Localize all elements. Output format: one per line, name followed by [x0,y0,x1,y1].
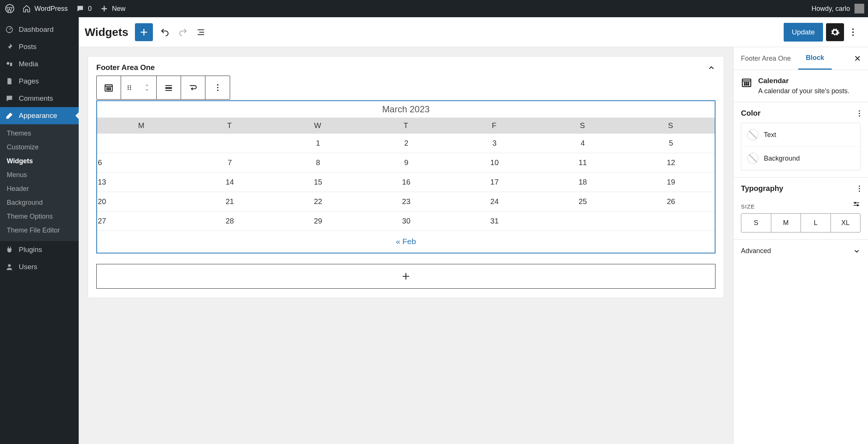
block-options-button[interactable] [205,76,230,99]
svg-point-13 [110,89,111,90]
block-type-button[interactable] [97,76,121,99]
kebab-icon [858,185,861,192]
options-button[interactable] [844,23,862,41]
calendar-icon [741,77,752,88]
svg-point-37 [857,204,858,206]
calendar-cell: 29 [274,212,362,231]
redo-button[interactable] [174,23,192,41]
add-block-button[interactable] [135,23,153,41]
typography-options-button[interactable] [858,185,861,192]
comments-link[interactable]: 0 [76,4,92,13]
calendar-cell: 30 [362,212,450,231]
tab-widget-area[interactable]: Footer Area One [733,48,798,69]
sub-item-customize[interactable]: Customize [7,140,79,154]
site-name: WordPress [34,5,68,13]
settings-toggle-button[interactable] [826,23,844,41]
user-avatar[interactable] [855,4,864,13]
svg-point-14 [128,85,129,86]
sidebar-label: Pages [19,77,39,85]
calendar-cell [185,134,273,153]
list-view-button[interactable] [192,23,210,41]
calendar-cell: 19 [627,173,715,192]
move-down-button[interactable] [144,88,150,92]
sub-item-themes[interactable]: Themes [7,127,79,140]
howdy-text[interactable]: Howdy, carlo [811,5,850,13]
plug-icon [5,246,13,254]
calendar-cell: 24 [450,192,538,212]
tab-block[interactable]: Block [798,47,832,70]
calendar-prev-link[interactable]: « Feb [396,237,416,246]
sidebar-item-comments[interactable]: Comments [0,90,79,107]
sidebar-item-appearance[interactable]: Appearance [0,107,79,124]
size-option[interactable]: S [741,214,771,232]
calendar-cell: 6 [97,153,185,173]
color-bg-label: Background [764,155,800,162]
update-button[interactable]: Update [784,23,823,42]
svg-point-31 [859,113,860,114]
sub-item-theme-options[interactable]: Theme Options [7,210,79,223]
move-to-icon [188,83,198,92]
advanced-panel-toggle[interactable]: Advanced [733,240,868,262]
svg-point-35 [859,191,860,192]
calendar-cell: 5 [627,134,715,153]
sidebar-label: Posts [19,43,37,51]
sidebar-item-plugins[interactable]: Plugins [0,241,79,258]
svg-point-5 [852,31,854,33]
sub-item-header[interactable]: Header [7,182,79,196]
sidebar-item-users[interactable]: Users [0,258,79,276]
sidebar-item-dashboard[interactable]: Dashboard [0,21,79,38]
svg-point-26 [748,82,749,83]
sub-item-theme-file-editor[interactable]: Theme File Editor [7,223,79,237]
svg-point-2 [7,62,9,65]
calendar-cell: 15 [274,173,362,192]
calendar-cell: 2 [362,134,450,153]
brush-icon [5,112,13,120]
svg-point-36 [855,202,856,203]
wp-logo[interactable] [5,4,14,13]
drag-handle[interactable] [121,84,138,91]
color-text-button[interactable]: Text [741,123,860,147]
align-button[interactable] [157,76,181,99]
undo-button[interactable] [156,23,174,41]
new-link[interactable]: New [100,4,126,13]
svg-point-11 [107,89,108,90]
size-custom-button[interactable] [852,200,861,208]
color-background-button[interactable]: Background [741,147,860,170]
size-option[interactable]: L [801,214,831,232]
sidebar-item-media[interactable]: Media [0,55,79,73]
editor-topbar: Widgets Update [79,17,868,47]
svg-point-3 [8,264,10,267]
close-inspector-button[interactable] [847,55,868,62]
move-up-button[interactable] [144,83,150,88]
chevron-down-icon [144,88,150,92]
size-option[interactable]: M [771,214,801,232]
svg-point-32 [859,115,860,116]
media-icon [5,60,13,68]
calendar-cell [97,134,185,153]
calendar-block[interactable]: March 2023 MTWTFSS 123456789101112131415… [96,100,715,253]
calendar-cell: 27 [97,212,185,231]
sub-item-widgets[interactable]: Widgets [7,154,79,168]
admin-bar: WordPress 0 New Howdy, carlo [0,0,868,17]
sidebar-item-pages[interactable]: Pages [0,73,79,90]
plus-icon [139,27,149,37]
calendar-day-head: W [274,118,362,134]
chevron-up-icon [144,83,150,88]
size-option[interactable]: XL [831,214,861,232]
swatch-none-icon [747,129,759,140]
site-link[interactable]: WordPress [22,4,68,13]
collapse-button[interactable] [707,64,715,72]
calendar-day-head: S [538,118,626,134]
svg-point-15 [130,85,131,86]
sub-item-menus[interactable]: Menus [7,168,79,182]
color-text-label: Text [764,131,776,139]
comment-count: 0 [88,5,92,13]
svg-point-33 [859,185,860,186]
sub-item-background[interactable]: Background [7,196,79,210]
svg-point-21 [217,87,218,88]
add-block-appender[interactable] [96,264,715,289]
move-to-button[interactable] [181,76,205,99]
color-options-button[interactable] [858,110,861,117]
sidebar-item-posts[interactable]: Posts [0,38,79,55]
svg-point-16 [128,87,129,88]
